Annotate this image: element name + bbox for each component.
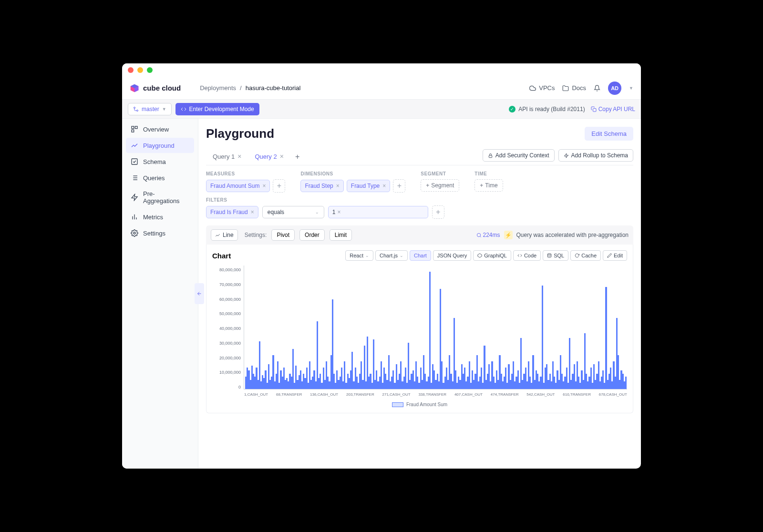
query-timing: 224ms xyxy=(476,232,500,238)
brand[interactable]: cube cloud xyxy=(130,83,181,93)
sidebar-collapse[interactable] xyxy=(195,283,204,304)
bell-icon xyxy=(594,85,600,92)
pivot-button[interactable]: Pivot xyxy=(271,229,295,241)
page-title: Playground xyxy=(206,126,274,141)
code-tab[interactable]: Code xyxy=(513,250,541,261)
window-close-dot[interactable] xyxy=(128,67,134,73)
framework-select[interactable]: React⌄ xyxy=(345,250,373,261)
edit-button[interactable]: Edit xyxy=(603,250,627,261)
logo-cube-icon xyxy=(130,83,139,93)
avatar[interactable]: AD xyxy=(608,82,621,95)
folder-icon xyxy=(562,85,569,92)
limit-button[interactable]: Limit xyxy=(330,229,352,241)
lightning-icon xyxy=(131,194,138,201)
time-label: TIME xyxy=(474,171,503,176)
svg-rect-4 xyxy=(135,126,137,129)
lock-icon xyxy=(488,153,493,158)
breadcrumb-sep: / xyxy=(240,84,242,92)
nav-schema[interactable]: Schema xyxy=(126,154,194,169)
database-icon xyxy=(547,253,552,258)
sql-tab[interactable]: SQL xyxy=(543,250,568,261)
svg-rect-2 xyxy=(593,108,596,112)
chevron-down-icon: ⌄ xyxy=(400,253,403,258)
docs-link[interactable]: Docs xyxy=(562,84,586,92)
close-icon[interactable]: × xyxy=(262,183,266,189)
dimension-tag[interactable]: Fraud Step× xyxy=(300,180,343,192)
svg-rect-19 xyxy=(489,155,492,158)
svg-point-24 xyxy=(547,254,551,255)
breadcrumb-current[interactable]: hasura-cube-tutorial xyxy=(246,84,301,92)
refresh-icon xyxy=(575,253,579,258)
filter-value-input[interactable]: 1 × xyxy=(328,206,428,218)
branch-selector[interactable]: master ▼ xyxy=(128,103,172,115)
nav-metrics[interactable]: Metrics xyxy=(126,209,194,225)
graphql-icon xyxy=(477,253,482,258)
filter-operator-select[interactable]: equals ⌄ xyxy=(262,206,324,218)
gear-icon xyxy=(131,229,138,237)
nav-overview[interactable]: Overview xyxy=(126,122,194,137)
account-caret-icon[interactable]: ▼ xyxy=(629,86,633,91)
chart-icon xyxy=(131,142,138,149)
settings-label: Settings: xyxy=(245,232,267,238)
graphiql-tab[interactable]: GraphiQL xyxy=(473,250,511,261)
cache-tab[interactable]: Cache xyxy=(570,250,601,261)
svg-point-17 xyxy=(134,232,135,234)
close-icon[interactable]: × xyxy=(251,209,254,215)
chart-tab[interactable]: Chart xyxy=(410,250,431,261)
close-icon[interactable]: × xyxy=(382,183,386,189)
brand-text: cube cloud xyxy=(143,84,181,92)
chart-title: Chart xyxy=(212,252,231,260)
bars-icon xyxy=(131,213,138,221)
svg-marker-20 xyxy=(564,153,568,157)
add-measure[interactable]: + xyxy=(273,179,285,193)
close-icon[interactable]: × xyxy=(337,209,340,215)
copy-api-url[interactable]: Copy API URL xyxy=(591,106,635,113)
tab-query-1[interactable]: Query 1 × xyxy=(206,149,248,165)
pencil-icon xyxy=(607,253,612,258)
line-chart-icon xyxy=(215,233,220,238)
nav-queries[interactable]: Queries xyxy=(126,170,194,185)
grid-icon xyxy=(131,125,138,133)
svg-rect-3 xyxy=(132,126,134,129)
add-filter[interactable]: + xyxy=(432,205,444,219)
svg-rect-5 xyxy=(132,130,134,132)
nav-playground[interactable]: Playground xyxy=(126,138,194,153)
branch-icon xyxy=(133,106,139,112)
window-max-dot[interactable] xyxy=(147,67,153,73)
chartlib-select[interactable]: Chart.js⌄ xyxy=(375,250,408,261)
schema-icon xyxy=(131,158,138,165)
add-rollup-button[interactable]: Add Rollup to Schema xyxy=(558,149,633,162)
code-icon xyxy=(181,106,186,112)
add-security-context[interactable]: Add Security Context xyxy=(483,149,555,162)
window-min-dot[interactable] xyxy=(137,67,143,73)
add-dimension[interactable]: + xyxy=(393,179,405,193)
notifications-button[interactable] xyxy=(594,85,600,92)
add-segment[interactable]: + Segment xyxy=(421,179,459,192)
order-button[interactable]: Order xyxy=(299,229,325,241)
measure-tag[interactable]: Fraud Amount Sum× xyxy=(206,180,270,192)
svg-point-21 xyxy=(477,233,480,236)
tab-query-2[interactable]: Query 2 × xyxy=(248,149,290,165)
bolt-icon: ⚡ xyxy=(504,231,513,239)
nav-preagg[interactable]: Pre-Aggregations xyxy=(126,186,194,208)
chevron-down-icon: ⌄ xyxy=(315,210,319,215)
add-time[interactable]: + Time xyxy=(474,179,503,192)
chart-legend: Fraud Amount Sum xyxy=(212,402,627,407)
edit-schema-button[interactable]: Edit Schema xyxy=(585,127,633,141)
breadcrumb-root[interactable]: Deployments xyxy=(200,84,236,92)
viz-type-select[interactable]: Line xyxy=(211,229,238,241)
vpcs-link[interactable]: VPCs xyxy=(529,84,555,92)
dimension-tag[interactable]: Fraud Type× xyxy=(347,180,391,192)
close-icon[interactable]: × xyxy=(280,153,284,160)
nav-settings[interactable]: Settings xyxy=(126,225,194,241)
code-icon xyxy=(517,253,522,258)
json-query-tab[interactable]: JSON Query xyxy=(433,250,471,261)
dev-mode-button[interactable]: Enter Development Mode xyxy=(175,103,259,115)
check-icon: ✓ xyxy=(509,106,516,113)
close-icon[interactable]: × xyxy=(237,153,241,160)
filter-field-tag[interactable]: Fraud Is Fraud× xyxy=(206,206,258,218)
close-icon[interactable]: × xyxy=(336,183,340,189)
arrow-left-icon xyxy=(196,291,202,297)
chevron-down-icon: ▼ xyxy=(162,107,166,112)
add-tab[interactable]: + xyxy=(290,150,304,164)
